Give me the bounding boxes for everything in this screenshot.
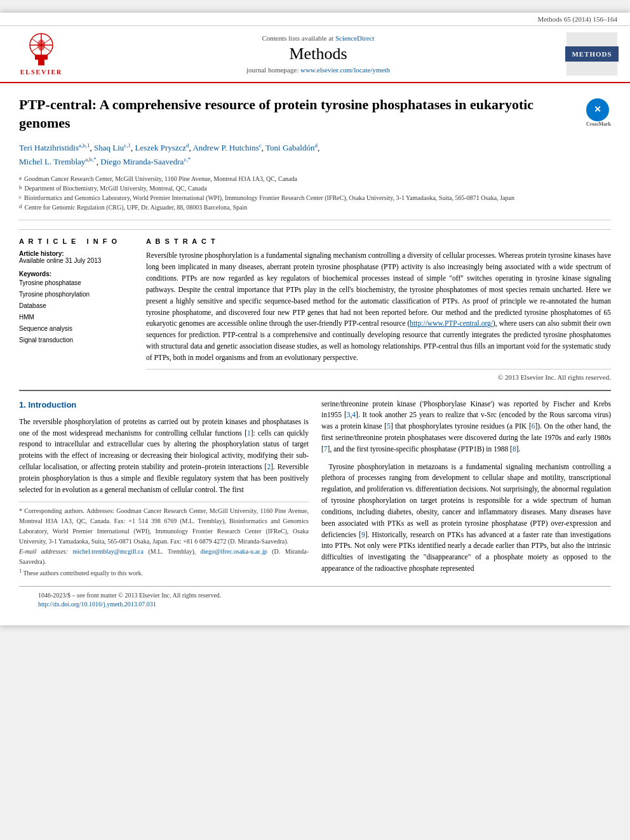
- email-miranda[interactable]: diego@ifrec.osaka-u.ac.jp: [201, 548, 267, 555]
- journal-center-header: Contents lists available at ScienceDirec…: [76, 32, 560, 76]
- crossmark-icon: ✕: [594, 104, 601, 116]
- footnote-corresponding: * Corresponding authors. Addresses: Good…: [19, 506, 309, 547]
- body-section: 1. Introduction The reversible phosphory…: [19, 390, 611, 581]
- keywords-list: Tyrosine phosphatase Tyrosine phosphoryl…: [19, 277, 133, 346]
- author-hatzihristidis: Teri Hatzihristidis: [19, 143, 79, 153]
- body-two-col: 1. Introduction The reversible phosphory…: [19, 399, 611, 581]
- crossmark-circle: ✕: [586, 98, 609, 121]
- ref-3[interactable]: 3: [347, 411, 351, 418]
- abstract-text: Reversible tyrosine phosphorylation is a…: [146, 250, 611, 363]
- abstract-title: A B S T R A C T: [146, 237, 611, 245]
- affil-d: d Centre for Genomic Regulation (CRG), U…: [19, 203, 611, 212]
- keyword-2: Tyrosine phosphorylation: [19, 289, 133, 300]
- article-info-col: A R T I C L E I N F O Article history: A…: [19, 237, 133, 380]
- history-label: Article history:: [19, 250, 133, 257]
- affil-c: c Bioinformatics and Genomics Laboratory…: [19, 193, 611, 203]
- footnote-email: E-mail addresses: michel.tremblay@mcgill…: [19, 547, 309, 567]
- journal-header: ELSEVIER Contents lists available at Sci…: [0, 26, 630, 83]
- body-col-left: 1. Introduction The reversible phosphory…: [19, 399, 309, 581]
- methods-logo: METHODS: [566, 32, 617, 76]
- keywords-label: Keywords:: [19, 270, 133, 277]
- svg-point-7: [37, 39, 45, 51]
- affil-d-text: Centre for Genomic Regulation (CRG), UPF…: [25, 203, 248, 212]
- affil-b-text: Department of Biochemistry, McGill Unive…: [25, 183, 207, 193]
- keyword-4: HMM: [19, 312, 133, 323]
- author-liu: Shaq Liu: [94, 143, 124, 153]
- journal-reference: Methods 65 (2014) 156–164: [537, 15, 617, 23]
- page-footer: 1046-2023/$ – see front matter © 2013 El…: [19, 586, 611, 613]
- affil-a: a Goodman Cancer Research Center, McGill…: [19, 174, 611, 183]
- footer-issn: 1046-2023/$ – see front matter © 2013 El…: [38, 592, 592, 599]
- ptp-central-link[interactable]: http://www.PTP-central.org/: [410, 319, 493, 327]
- elsevier-logo: ELSEVIER: [13, 32, 70, 76]
- intro-para-2: serine/threonine protein kinase ('Phosph…: [321, 399, 611, 455]
- ref-6[interactable]: 6: [532, 422, 535, 430]
- footnotes: * Corresponding authors. Addresses: Good…: [19, 502, 309, 578]
- homepage-url[interactable]: www.elsevier.com/locate/ymeth: [300, 66, 390, 74]
- crossmark-badge: ✕ CrossMark: [586, 98, 611, 128]
- copyright-notice: © 2013 Elsevier Inc. All rights reserved…: [146, 369, 611, 381]
- journal-homepage: journal homepage: www.elsevier.com/locat…: [246, 66, 390, 74]
- ref-9[interactable]: 9: [361, 531, 365, 538]
- article-info-abstract: A R T I C L E I N F O Article history: A…: [19, 229, 611, 380]
- keyword-1: Tyrosine phosphatase: [19, 277, 133, 289]
- intro-para-3: Tyrosine phosphorylation in metazoans is…: [321, 462, 611, 575]
- sciencedirect-line: Contents lists available at ScienceDirec…: [262, 34, 374, 42]
- ref-7[interactable]: 7: [324, 445, 328, 453]
- author-tremblay: Michel L. Tremblay: [19, 157, 85, 167]
- available-online: Available online 31 July 2013: [19, 257, 133, 264]
- abstract-col: A B S T R A C T Reversible tyrosine phos…: [146, 237, 611, 380]
- journal-name-heading: Methods: [290, 44, 347, 63]
- elsevier-brand-text: ELSEVIER: [20, 69, 63, 76]
- section-1-heading: 1. Introduction: [19, 399, 309, 411]
- affiliations: a Goodman Cancer Research Center, McGill…: [19, 174, 611, 220]
- author-hutchins: Andrew P. Hutchins: [192, 143, 258, 153]
- ref-2[interactable]: 2: [267, 463, 271, 470]
- doi-link[interactable]: http://dx.doi.org/10.1016/j.ymeth.2013.0…: [38, 601, 156, 608]
- author-miranda: Diego Miranda-Saavedra: [100, 157, 184, 167]
- affil-c-text: Bioinformatics and Genomics Laboratory, …: [24, 193, 514, 203]
- footer-doi: http://dx.doi.org/10.1016/j.ymeth.2013.0…: [38, 601, 592, 608]
- methods-logo-text: METHODS: [565, 46, 618, 62]
- elsevier-tree-icon: [19, 32, 64, 67]
- ref-5[interactable]: 5: [387, 422, 391, 430]
- keyword-6: Signal transduction: [19, 335, 133, 346]
- affil-a-text: Goodman Cancer Research Center, McGill U…: [24, 174, 297, 183]
- sciencedirect-link[interactable]: ScienceDirect: [335, 34, 375, 42]
- author-gabaldon: Toni Gabaldón: [265, 143, 314, 153]
- authors-line: Teri Hatzihristidisa,b,1, Shaq Liuc,1, L…: [19, 141, 611, 169]
- article-info-title: A R T I C L E I N F O: [19, 237, 133, 245]
- journal-page: Methods 65 (2014) 156–164 ELSEVIER: [0, 13, 630, 625]
- top-bar: Methods 65 (2014) 156–164: [0, 13, 630, 26]
- author-pryszcz: Leszek Pryszcz: [135, 143, 187, 153]
- ref-8[interactable]: 8: [513, 445, 516, 453]
- intro-para-1: The reversible phosphorylation of protei…: [19, 417, 309, 496]
- article-title: ✕ CrossMark PTP-central: A comprehensive…: [19, 96, 611, 132]
- ref-1[interactable]: 1: [247, 429, 251, 437]
- crossmark-label: CrossMark: [586, 121, 611, 128]
- email-tremblay[interactable]: michel.tremblay@mcgill.ca: [73, 548, 144, 555]
- affil-b: b Department of Biochemistry, McGill Uni…: [19, 183, 611, 193]
- body-col-right: serine/threonine protein kinase ('Phosph…: [321, 399, 611, 581]
- keyword-5: Sequence analysis: [19, 323, 133, 335]
- ref-4[interactable]: 4: [352, 411, 356, 418]
- footnote-equal: 1 These authors contributed equally to t…: [19, 567, 309, 578]
- keyword-3: Database: [19, 300, 133, 312]
- main-content: ✕ CrossMark PTP-central: A comprehensive…: [0, 83, 630, 625]
